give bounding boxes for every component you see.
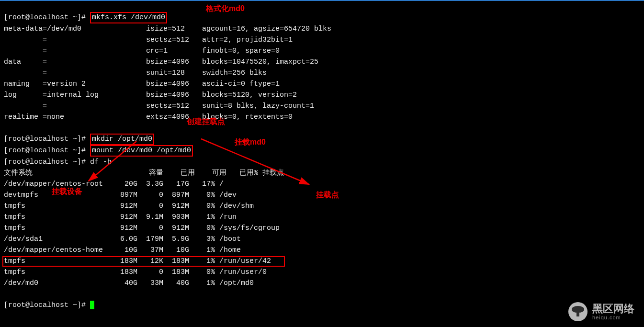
annotation-create-mountpoint: 创建挂载点: [187, 116, 225, 127]
annotation-mount-md0: 挂载md0: [235, 136, 266, 147]
mkdir-command: mkdir /opt/md0: [90, 134, 154, 145]
annotation-mount-device: 挂载设备: [52, 186, 82, 197]
df-command: df -h: [90, 158, 112, 166]
watermark-title: 黑区网络: [592, 303, 634, 315]
prompt: [root@localhost ~]#: [4, 135, 86, 143]
cursor-icon: [90, 301, 94, 309]
mkfs-output-block: meta-data=/dev/md0 isize=512 agcount=16,…: [4, 23, 644, 123]
prompt: [root@localhost ~]#: [4, 301, 86, 309]
watermark: 黑区网络 heiqu.com: [568, 302, 634, 321]
mkfs-command: mkfs.xfs /dev/md0: [90, 12, 167, 23]
df-output-block: 文件系统 容量 已用 可用 已用% 挂载点 /dev/mapper/centos…: [4, 168, 644, 289]
prompt: [root@localhost ~]#: [4, 147, 86, 155]
prompt: [root@localhost ~]#: [4, 13, 86, 22]
prompt: [root@localhost ~]#: [4, 158, 86, 166]
annotation-mount-point: 挂载点: [316, 189, 339, 200]
highlight-md0-row: [2, 256, 285, 267]
watermark-sub: heiqu.com: [592, 315, 634, 320]
watermark-logo-icon: [568, 302, 588, 321]
annotation-format: 格式化md0: [206, 3, 245, 14]
mount-command: mount /dev/md0 /opt/md0: [90, 145, 193, 157]
